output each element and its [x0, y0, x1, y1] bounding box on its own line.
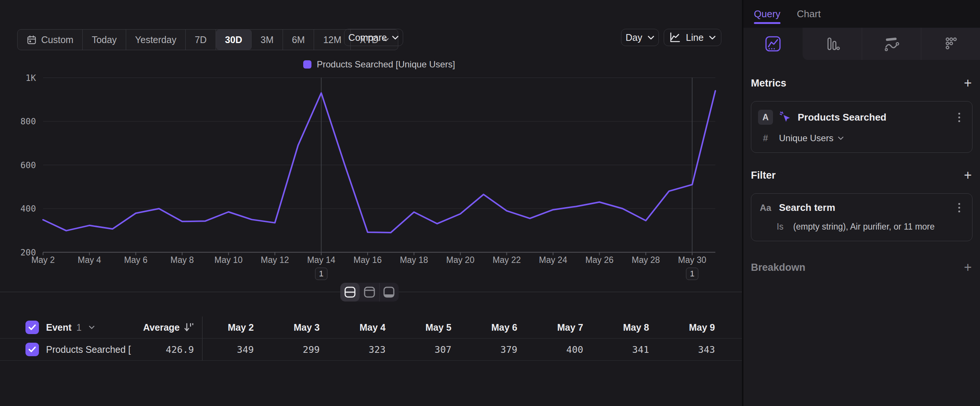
range-button-today[interactable]: Today: [83, 30, 126, 50]
calendar-icon: [27, 35, 37, 45]
range-button-custom[interactable]: Custom: [18, 30, 83, 50]
tab-retention[interactable]: [921, 28, 980, 60]
date-column-header[interactable]: May 2: [202, 322, 254, 333]
tab-query[interactable]: Query: [754, 0, 781, 28]
chart-only-view-button[interactable]: [360, 283, 379, 301]
tab-chart[interactable]: Chart: [797, 0, 821, 28]
tab-funnels[interactable]: [803, 28, 862, 60]
filter-menu-button[interactable]: [953, 203, 965, 212]
event-count: 1: [76, 322, 82, 333]
event-column-header: Event: [46, 322, 72, 333]
chevron-down-icon: [709, 36, 716, 40]
line-chart-icon: [669, 32, 681, 43]
chart-legend[interactable]: Products Searched [Unique Users]: [43, 59, 715, 70]
x-axis-label: May 14: [307, 255, 336, 265]
range-button-3m[interactable]: 3M: [251, 30, 283, 50]
annotation-badge-label: 1: [319, 269, 323, 278]
split-view-icon: [344, 286, 356, 299]
range-button-yesterday[interactable]: Yesterday: [126, 30, 186, 50]
event-cursor-icon: [779, 111, 792, 124]
chevron-down-icon: [838, 136, 844, 140]
sort-icon: [183, 322, 194, 332]
tab-insights[interactable]: [743, 28, 803, 60]
query-sidebar: Query Chart: [743, 0, 980, 406]
x-axis-label: May 20: [446, 255, 474, 265]
range-button-30d[interactable]: 30D: [216, 30, 251, 50]
x-axis-label: May 4: [78, 255, 102, 265]
table-row[interactable]: Products Searched [Un... 426.9 349299323…: [0, 338, 742, 361]
x-axis-label: May 26: [585, 255, 614, 265]
metrics-section-title: Metrics: [751, 78, 786, 89]
add-metric-button[interactable]: +: [964, 76, 972, 90]
line-chart: 1K800600400200May 2May 4May 6May 8May 10…: [0, 71, 742, 285]
chart-type-button[interactable]: Line: [664, 29, 721, 46]
main-panel: CustomTodayYesterday7D30D3M6M12MXTD Comp…: [0, 0, 742, 406]
chart-type-label: Line: [686, 32, 703, 43]
filter-operator[interactable]: Is: [777, 222, 783, 232]
date-column-header[interactable]: May 8: [583, 322, 649, 333]
property-type-badge: Aa: [758, 203, 773, 213]
select-all-checkbox[interactable]: [25, 321, 39, 334]
results-table: Event 1 Average May 2May 3May 4May 5May …: [0, 317, 742, 361]
range-button-6m[interactable]: 6M: [283, 30, 315, 50]
granularity-label: Day: [625, 32, 642, 43]
row-checkbox[interactable]: [25, 343, 39, 356]
view-switcher: [340, 283, 399, 301]
value-cell: 400: [517, 344, 583, 355]
date-column-header[interactable]: May 6: [452, 322, 517, 333]
filter-card[interactable]: Aa Search term Is (empty string), Air pu…: [751, 193, 972, 241]
insights-chart-icon: [765, 36, 781, 52]
tab-flows[interactable]: [862, 28, 921, 60]
value-cell: 341: [583, 344, 649, 355]
date-column-header[interactable]: May 9: [649, 322, 715, 333]
filter-value[interactable]: (empty string), Air purifier, or 11 more: [793, 222, 935, 232]
x-axis-label: May 2: [32, 255, 55, 265]
x-axis-label: May 18: [400, 255, 428, 265]
x-axis-label: May 22: [493, 255, 521, 265]
measure-selector[interactable]: Unique Users: [779, 133, 844, 143]
y-axis-label: 600: [20, 160, 36, 170]
date-column-header[interactable]: May 3: [254, 322, 320, 333]
date-column-header[interactable]: May 4: [320, 322, 385, 333]
chevron-down-icon: [648, 36, 654, 40]
add-filter-button[interactable]: +: [964, 169, 972, 182]
x-axis-label: May 16: [353, 255, 382, 265]
y-axis-label: 1K: [25, 73, 36, 83]
metric-letter-badge: A: [758, 110, 773, 125]
granularity-button[interactable]: Day: [621, 29, 659, 46]
compare-button[interactable]: Compare: [344, 29, 403, 46]
table-only-view-icon: [383, 286, 395, 299]
y-axis-label: 400: [20, 204, 36, 213]
flows-icon: [883, 36, 900, 52]
sidebar-content: Metrics + A Products Searched # Unique U…: [743, 60, 980, 274]
x-axis-label: May 10: [215, 255, 243, 265]
date-column-header[interactable]: May 7: [517, 322, 583, 333]
value-cell: 299: [254, 344, 320, 355]
check-icon: [28, 346, 36, 353]
date-column-header[interactable]: May 5: [385, 322, 452, 333]
chevron-down-icon[interactable]: [89, 325, 95, 329]
x-axis-label: May 24: [539, 255, 568, 265]
chevron-down-icon: [392, 36, 399, 40]
filter-property-name: Search term: [779, 202, 947, 213]
compare-label: Compare: [348, 32, 387, 43]
table-only-view-button[interactable]: [380, 283, 399, 301]
bar-chart-icon: [824, 36, 840, 52]
metric-card[interactable]: A Products Searched # Unique Users: [751, 101, 972, 153]
average-column-header[interactable]: Average: [131, 322, 194, 333]
range-button-7d[interactable]: 7D: [186, 30, 216, 50]
table-header-row: Event 1 Average May 2May 3May 4May 5May …: [0, 317, 742, 338]
x-axis-label: May 8: [170, 255, 194, 265]
series-line[interactable]: [43, 91, 715, 232]
date-range-group: CustomTodayYesterday7D30D3M6M12MXTD: [17, 29, 398, 50]
date-value-cells: 349299323307379400341343: [202, 339, 742, 360]
sidebar-tab-bar: Query Chart: [743, 0, 980, 28]
report-type-tabs: [743, 28, 980, 60]
chart-only-view-icon: [363, 286, 376, 299]
split-view-button[interactable]: [340, 283, 360, 301]
date-column-headers: May 2May 3May 4May 5May 6May 7May 8May 9: [202, 317, 742, 338]
add-breakdown-button[interactable]: +: [964, 261, 972, 274]
value-cell: 307: [385, 344, 452, 355]
metric-menu-button[interactable]: [953, 113, 965, 122]
legend-label: Products Searched [Unique Users]: [317, 59, 455, 70]
